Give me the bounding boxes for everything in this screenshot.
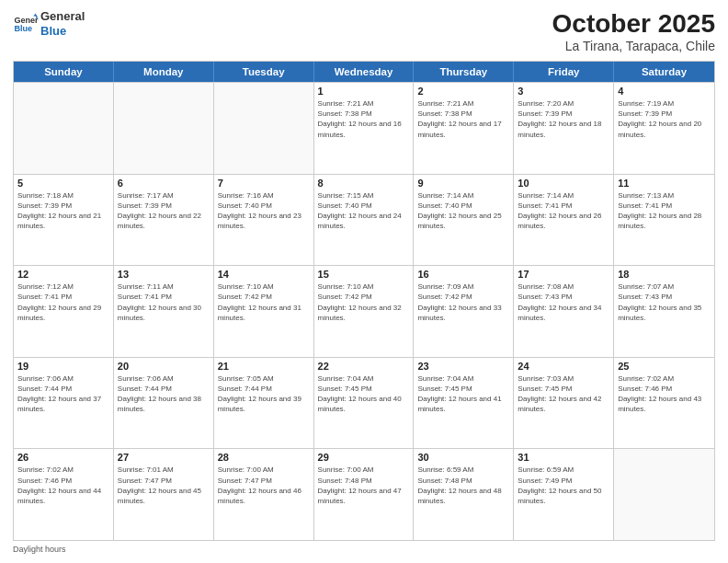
page: General Blue General Blue October 2025 L… [0, 0, 728, 563]
day-number: 31 [518, 452, 609, 463]
day-number: 7 [218, 178, 310, 189]
calendar-row: 12Sunrise: 7:12 AM Sunset: 7:41 PM Dayli… [14, 265, 714, 357]
calendar-cell: 9Sunrise: 7:14 AM Sunset: 7:40 PM Daylig… [414, 175, 514, 266]
calendar-cell: 22Sunrise: 7:04 AM Sunset: 7:45 PM Dayli… [314, 358, 415, 449]
day-info: Sunrise: 6:59 AM Sunset: 7:48 PM Dayligh… [417, 465, 509, 506]
day-info: Sunrise: 7:11 AM Sunset: 7:41 PM Dayligh… [118, 282, 210, 323]
calendar-cell: 25Sunrise: 7:02 AM Sunset: 7:46 PM Dayli… [614, 358, 714, 449]
calendar-cell: 21Sunrise: 7:05 AM Sunset: 7:44 PM Dayli… [214, 358, 314, 449]
day-info: Sunrise: 7:00 AM Sunset: 7:48 PM Dayligh… [318, 465, 410, 506]
calendar-cell [14, 83, 114, 174]
calendar-cell: 11Sunrise: 7:13 AM Sunset: 7:41 PM Dayli… [614, 175, 714, 266]
day-number: 9 [417, 178, 509, 189]
calendar-row: 26Sunrise: 7:02 AM Sunset: 7:46 PM Dayli… [14, 448, 714, 540]
day-number: 1 [318, 86, 410, 97]
day-info: Sunrise: 7:21 AM Sunset: 7:38 PM Dayligh… [318, 98, 410, 140]
calendar-cell: 24Sunrise: 7:03 AM Sunset: 7:45 PM Dayli… [514, 358, 614, 449]
calendar-cell: 26Sunrise: 7:02 AM Sunset: 7:46 PM Dayli… [14, 449, 114, 540]
calendar-cell: 5Sunrise: 7:18 AM Sunset: 7:39 PM Daylig… [14, 175, 114, 266]
day-number: 16 [417, 269, 509, 280]
page-title: October 2025 [552, 9, 715, 39]
day-info: Sunrise: 7:14 AM Sunset: 7:41 PM Dayligh… [518, 190, 609, 232]
day-number: 14 [218, 269, 310, 280]
day-number: 5 [17, 178, 109, 189]
logo: General Blue General Blue [13, 9, 85, 38]
calendar-cell: 12Sunrise: 7:12 AM Sunset: 7:41 PM Dayli… [14, 266, 114, 357]
day-info: Sunrise: 7:02 AM Sunset: 7:46 PM Dayligh… [17, 465, 109, 506]
calendar-header-cell: Tuesday [214, 62, 314, 82]
calendar-cell: 14Sunrise: 7:10 AM Sunset: 7:42 PM Dayli… [214, 266, 314, 357]
day-info: Sunrise: 7:02 AM Sunset: 7:46 PM Dayligh… [618, 373, 711, 415]
calendar-header: SundayMondayTuesdayWednesdayThursdayFrid… [14, 62, 714, 82]
calendar-cell [614, 449, 714, 540]
calendar-cell: 17Sunrise: 7:08 AM Sunset: 7:43 PM Dayli… [514, 266, 614, 357]
calendar-cell: 13Sunrise: 7:11 AM Sunset: 7:41 PM Dayli… [114, 266, 214, 357]
day-info: Sunrise: 7:08 AM Sunset: 7:43 PM Dayligh… [518, 282, 609, 323]
day-number: 20 [118, 361, 210, 372]
day-info: Sunrise: 7:21 AM Sunset: 7:38 PM Dayligh… [417, 98, 509, 140]
calendar-cell: 27Sunrise: 7:01 AM Sunset: 7:47 PM Dayli… [114, 449, 214, 540]
day-info: Sunrise: 7:15 AM Sunset: 7:40 PM Dayligh… [318, 190, 410, 232]
calendar-cell [214, 83, 314, 174]
day-number: 23 [417, 361, 509, 372]
calendar-cell: 6Sunrise: 7:17 AM Sunset: 7:39 PM Daylig… [114, 175, 214, 266]
logo-line2: Blue [40, 24, 85, 39]
day-info: Sunrise: 7:04 AM Sunset: 7:45 PM Dayligh… [417, 373, 509, 415]
calendar-cell: 15Sunrise: 7:10 AM Sunset: 7:42 PM Dayli… [314, 266, 415, 357]
day-info: Sunrise: 7:03 AM Sunset: 7:45 PM Dayligh… [518, 373, 609, 415]
day-number: 4 [618, 86, 711, 97]
day-number: 24 [518, 361, 609, 372]
calendar-header-cell: Wednesday [314, 62, 415, 82]
day-info: Sunrise: 7:10 AM Sunset: 7:42 PM Dayligh… [218, 282, 310, 323]
calendar-cell: 23Sunrise: 7:04 AM Sunset: 7:45 PM Dayli… [414, 358, 514, 449]
calendar-cell [114, 83, 214, 174]
day-number: 25 [618, 361, 711, 372]
day-info: Sunrise: 7:16 AM Sunset: 7:40 PM Dayligh… [218, 190, 310, 232]
day-info: Sunrise: 7:19 AM Sunset: 7:39 PM Dayligh… [618, 98, 711, 140]
calendar-header-cell: Monday [114, 62, 214, 82]
day-number: 19 [17, 361, 109, 372]
day-number: 29 [318, 452, 410, 463]
calendar-cell: 16Sunrise: 7:09 AM Sunset: 7:42 PM Dayli… [414, 266, 514, 357]
day-info: Sunrise: 7:05 AM Sunset: 7:44 PM Dayligh… [218, 373, 310, 415]
day-info: Sunrise: 7:06 AM Sunset: 7:44 PM Dayligh… [17, 373, 109, 415]
calendar-cell: 29Sunrise: 7:00 AM Sunset: 7:48 PM Dayli… [314, 449, 415, 540]
day-number: 30 [417, 452, 509, 463]
day-info: Sunrise: 7:06 AM Sunset: 7:44 PM Dayligh… [118, 373, 210, 415]
day-info: Sunrise: 7:18 AM Sunset: 7:39 PM Dayligh… [17, 190, 109, 232]
day-number: 3 [518, 86, 609, 97]
day-info: Sunrise: 7:13 AM Sunset: 7:41 PM Dayligh… [618, 190, 711, 232]
calendar-body: 1Sunrise: 7:21 AM Sunset: 7:38 PM Daylig… [14, 82, 714, 540]
calendar-row: 5Sunrise: 7:18 AM Sunset: 7:39 PM Daylig… [14, 174, 714, 266]
calendar-cell: 28Sunrise: 7:00 AM Sunset: 7:47 PM Dayli… [214, 449, 314, 540]
day-number: 15 [318, 269, 410, 280]
day-info: Sunrise: 7:17 AM Sunset: 7:39 PM Dayligh… [118, 190, 210, 232]
calendar-row: 19Sunrise: 7:06 AM Sunset: 7:44 PM Dayli… [14, 357, 714, 449]
day-number: 17 [518, 269, 609, 280]
day-info: Sunrise: 7:20 AM Sunset: 7:39 PM Dayligh… [518, 98, 609, 140]
day-number: 21 [218, 361, 310, 372]
day-info: Sunrise: 7:01 AM Sunset: 7:47 PM Dayligh… [118, 465, 210, 506]
svg-text:Blue: Blue [14, 24, 32, 33]
day-info: Sunrise: 7:14 AM Sunset: 7:40 PM Dayligh… [417, 190, 509, 232]
footer-note: Daylight hours [13, 545, 715, 554]
day-number: 26 [17, 452, 109, 463]
svg-text:General: General [14, 15, 39, 24]
calendar-cell: 18Sunrise: 7:07 AM Sunset: 7:43 PM Dayli… [614, 266, 714, 357]
day-info: Sunrise: 7:10 AM Sunset: 7:42 PM Dayligh… [318, 282, 410, 323]
day-number: 6 [118, 178, 210, 189]
logo-line1: General [40, 9, 85, 24]
calendar-cell: 2Sunrise: 7:21 AM Sunset: 7:38 PM Daylig… [414, 83, 514, 174]
day-info: Sunrise: 6:59 AM Sunset: 7:49 PM Dayligh… [518, 465, 609, 506]
day-info: Sunrise: 7:07 AM Sunset: 7:43 PM Dayligh… [618, 282, 711, 323]
day-info: Sunrise: 7:04 AM Sunset: 7:45 PM Dayligh… [318, 373, 410, 415]
day-number: 13 [118, 269, 210, 280]
calendar-cell: 4Sunrise: 7:19 AM Sunset: 7:39 PM Daylig… [614, 83, 714, 174]
title-block: October 2025 La Tirana, Tarapaca, Chile [552, 9, 715, 53]
day-info: Sunrise: 7:09 AM Sunset: 7:42 PM Dayligh… [417, 282, 509, 323]
calendar-cell: 10Sunrise: 7:14 AM Sunset: 7:41 PM Dayli… [514, 175, 614, 266]
day-number: 10 [518, 178, 609, 189]
calendar-cell: 20Sunrise: 7:06 AM Sunset: 7:44 PM Dayli… [114, 358, 214, 449]
page-subtitle: La Tirana, Tarapaca, Chile [552, 39, 715, 53]
calendar-header-cell: Sunday [14, 62, 114, 82]
